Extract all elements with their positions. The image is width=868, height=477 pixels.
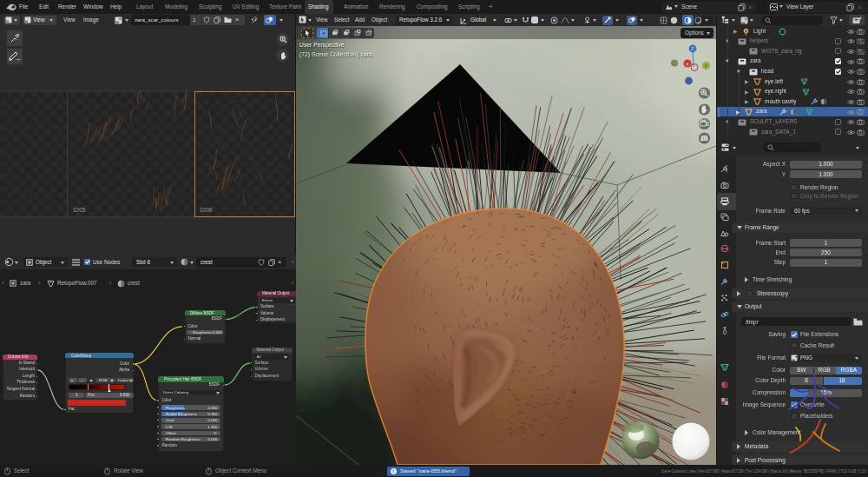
svg-text:User Perspective: User Perspective: [299, 42, 345, 49]
svg-text:X: X: [686, 62, 689, 67]
svg-text:Y: Y: [704, 63, 707, 69]
svg-text:(72) Scene Collection | zara: (72) Scene Collection | zara: [299, 51, 372, 58]
